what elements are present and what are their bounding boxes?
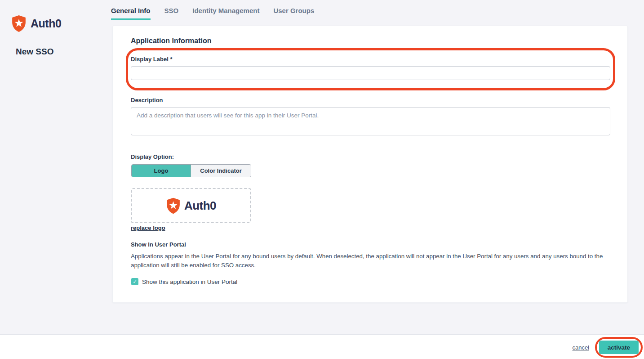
brand: Auth0 — [11, 15, 61, 32]
cancel-link[interactable]: cancel — [572, 344, 589, 351]
section-title: Application Information — [131, 37, 212, 45]
description-textarea[interactable] — [131, 107, 610, 135]
tab-identity-management[interactable]: Identity Management — [192, 7, 259, 20]
tab-general-info[interactable]: General Info — [111, 7, 151, 20]
application-information-card: Application Information Display Label * … — [112, 26, 628, 303]
display-option-logo-button[interactable]: Logo — [132, 165, 191, 177]
checkbox-checked-icon[interactable]: ✓ — [131, 278, 138, 285]
show-in-user-portal-checkbox-row: ✓ Show this application in User Portal — [131, 278, 237, 285]
description-label: Description — [131, 97, 163, 103]
display-option-toggle: Logo Color Indicator — [131, 164, 251, 177]
footer-action-bar: cancel activate — [0, 334, 644, 359]
show-in-user-portal-title: Show In User Portal — [131, 241, 186, 248]
tab-bar: General Info SSO Identity Management Use… — [111, 7, 314, 20]
page: Auth0 New SSO General Info SSO Identity … — [0, 0, 644, 359]
display-option-label: Display Option: — [131, 153, 174, 160]
annotation-highlight-activate: activate — [595, 337, 643, 358]
display-option-color-indicator-button[interactable]: Color Indicator — [191, 165, 251, 177]
auth0-shield-icon — [166, 197, 181, 214]
checkbox-label: Show this application in User Portal — [142, 278, 237, 285]
tab-user-groups[interactable]: User Groups — [273, 7, 314, 20]
logo-preview-text: Auth0 — [184, 199, 216, 213]
display-label-label: Display Label * — [131, 56, 172, 63]
tab-sso[interactable]: SSO — [164, 7, 179, 20]
show-in-user-portal-description: Applications appear in the User Portal f… — [131, 252, 613, 270]
display-label-input[interactable] — [131, 66, 610, 80]
page-title: New SSO — [16, 47, 53, 57]
brand-logotype: Auth0 — [31, 17, 61, 30]
activate-button[interactable]: activate — [599, 341, 639, 354]
logo-dropzone[interactable]: Auth0 — [131, 188, 251, 223]
auth0-shield-icon — [11, 15, 27, 32]
replace-logo-link[interactable]: replace logo — [131, 224, 165, 231]
